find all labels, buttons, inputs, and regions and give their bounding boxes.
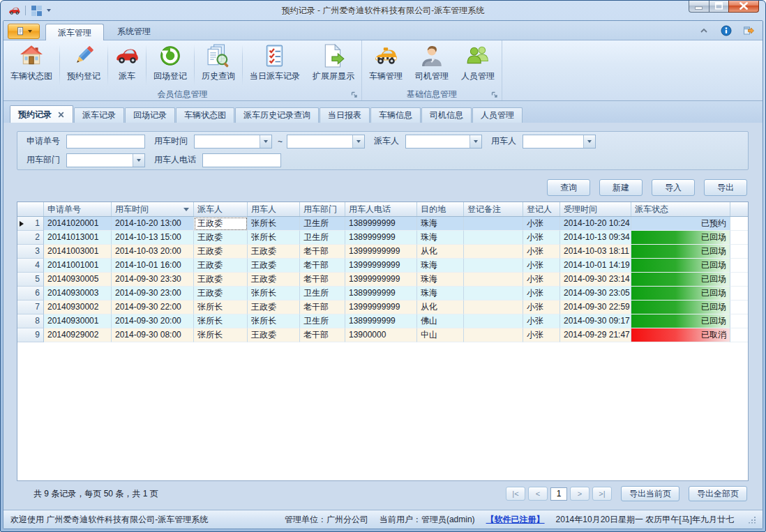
- dropdown-button[interactable]: [583, 135, 595, 148]
- cell-user-phone[interactable]: 1389999999: [345, 231, 417, 245]
- row-header[interactable]: 1: [17, 217, 44, 231]
- cell-register-remark[interactable]: [464, 301, 523, 314]
- column-header-user-phone[interactable]: 用车人电话: [345, 202, 417, 216]
- cell-registrar[interactable]: 小张: [523, 287, 560, 301]
- cell-user-phone[interactable]: 13999999999: [345, 273, 417, 287]
- row-header[interactable]: 4: [17, 259, 44, 273]
- cell-registrar[interactable]: 小张: [523, 217, 560, 231]
- table-row-6[interactable]: 6201409300032014-09-30 23:00王政委张所长卫生所138…: [17, 287, 748, 301]
- cell-car-user[interactable]: 王政委: [248, 259, 300, 273]
- status-cell[interactable]: 已回场: [631, 231, 730, 245]
- doc-tab-1[interactable]: 预约记录: [10, 105, 73, 123]
- doc-tab-6[interactable]: 当日报表: [320, 107, 370, 123]
- column-header-request-no[interactable]: 申请单号: [44, 202, 112, 216]
- user-phone-input[interactable]: [202, 153, 281, 167]
- use-time-from-select[interactable]: [194, 135, 272, 149]
- cell-destination[interactable]: 从化: [417, 245, 464, 259]
- cell-user-phone[interactable]: 1389999999: [345, 217, 417, 231]
- cell-accept-time[interactable]: 2014-10-13 09:34: [560, 231, 631, 245]
- dialog-launcher-icon[interactable]: [350, 91, 359, 99]
- column-header-dispatcher[interactable]: 派车人: [194, 202, 248, 216]
- cell-dispatcher[interactable]: 张所长: [194, 314, 248, 328]
- doc-tab-4[interactable]: 车辆状态图: [176, 107, 234, 123]
- doc-tab-9[interactable]: 人员管理: [472, 107, 523, 123]
- license-registered-link[interactable]: 【软件已注册】: [486, 514, 545, 526]
- new-button[interactable]: 新建: [599, 179, 643, 196]
- cell-register-remark[interactable]: [464, 245, 523, 259]
- today-dispatch-records-button[interactable]: 当日派车记录: [243, 42, 306, 89]
- car-user-select[interactable]: [523, 135, 596, 149]
- dialog-launcher-icon[interactable]: [490, 91, 499, 99]
- cell-car-user[interactable]: 王政委: [248, 273, 300, 287]
- cell-use-dept[interactable]: 老干部: [300, 328, 345, 342]
- prev-page-button[interactable]: <: [528, 487, 548, 501]
- column-header-use-time[interactable]: 用车时间: [112, 202, 194, 216]
- cell-request-no[interactable]: 20141020001: [44, 217, 112, 231]
- cell-registrar[interactable]: 小张: [523, 301, 560, 314]
- table-row-5[interactable]: 5201409300052014-09-30 23:30王政委王政委老干部139…: [17, 273, 748, 287]
- maximize-button[interactable]: [709, 0, 728, 13]
- dispatcher-select[interactable]: [405, 135, 482, 149]
- cell-destination[interactable]: 珠海: [417, 287, 464, 301]
- cell-use-dept[interactable]: 老干部: [300, 301, 345, 314]
- history-query-button[interactable]: 历史查询: [195, 42, 241, 89]
- cell-registrar[interactable]: 小张: [523, 328, 560, 342]
- cell-car-user[interactable]: 张所长: [248, 314, 300, 328]
- cell-use-time[interactable]: 2014-10-13 15:00: [112, 231, 194, 245]
- cell-destination[interactable]: 中山: [417, 328, 464, 342]
- cell-destination[interactable]: 珠海: [417, 217, 464, 231]
- cell-user-phone[interactable]: 13900000: [345, 328, 417, 342]
- request-no-input[interactable]: [66, 135, 145, 149]
- cell-destination[interactable]: 珠海: [417, 273, 464, 287]
- row-header[interactable]: 6: [17, 287, 44, 301]
- cell-accept-time[interactable]: 2014-09-30 23:14: [560, 273, 631, 287]
- cell-destination[interactable]: 珠海: [417, 259, 464, 273]
- cell-user-phone[interactable]: 1389999999: [345, 314, 417, 328]
- row-header[interactable]: 7: [17, 301, 44, 314]
- status-cell[interactable]: 已回场: [631, 273, 730, 287]
- cell-dispatcher[interactable]: 张所长: [194, 301, 248, 314]
- cell-destination[interactable]: 佛山: [417, 314, 464, 328]
- cell-accept-time[interactable]: 2014-10-01 14:19: [560, 259, 631, 273]
- status-cell[interactable]: 已回场: [631, 301, 730, 314]
- cell-register-remark[interactable]: [464, 259, 523, 273]
- column-header-register-remark[interactable]: 登记备注: [464, 202, 523, 216]
- cell-request-no[interactable]: 20140930001: [44, 314, 112, 328]
- export-current-page-button[interactable]: 导出当前页: [621, 486, 679, 501]
- first-page-button[interactable]: |<: [506, 487, 525, 501]
- table-row-9[interactable]: 9201409290022014-09-30 08:00张所长王政委老干部139…: [17, 328, 748, 342]
- cell-register-remark[interactable]: [464, 328, 523, 342]
- cell-registrar[interactable]: 小张: [523, 231, 560, 245]
- cell-use-dept[interactable]: 老干部: [300, 245, 345, 259]
- cell-car-user[interactable]: 张所长: [248, 287, 300, 301]
- cell-dispatcher[interactable]: 王政委: [194, 273, 248, 287]
- cell-car-user[interactable]: 王政委: [248, 245, 300, 259]
- minimize-button[interactable]: [689, 0, 709, 13]
- export-all-pages-button[interactable]: 导出全部页: [689, 486, 747, 501]
- cell-request-no[interactable]: 20140929002: [44, 328, 112, 342]
- cell-use-dept[interactable]: 卫生所: [300, 231, 345, 245]
- cell-accept-time[interactable]: 2014-10-20 10:24: [560, 217, 631, 231]
- dropdown-button[interactable]: [470, 135, 481, 148]
- resize-grip[interactable]: [748, 516, 756, 524]
- doc-tab-8[interactable]: 司机信息: [421, 107, 472, 123]
- status-cell[interactable]: 已回场: [631, 259, 730, 273]
- last-page-button[interactable]: >|: [592, 487, 612, 501]
- doc-tab-2[interactable]: 派车记录: [74, 107, 124, 123]
- personnel-management-button[interactable]: 人员管理: [455, 42, 501, 89]
- cell-dispatcher[interactable]: 王政委: [194, 217, 248, 231]
- vehicle-management-button[interactable]: 车辆管理: [363, 42, 409, 89]
- cell-registrar[interactable]: 小张: [523, 314, 560, 328]
- import-button[interactable]: 导入: [652, 179, 695, 196]
- cell-request-no[interactable]: 20140930003: [44, 287, 112, 301]
- cell-user-phone[interactable]: 13999999999: [345, 301, 417, 314]
- return-register-button[interactable]: 回场登记: [147, 42, 193, 89]
- cell-accept-time[interactable]: 2014-10-03 18:11: [560, 245, 631, 259]
- export-button[interactable]: 导出: [704, 179, 747, 196]
- cell-accept-time[interactable]: 2014-09-30 22:59: [560, 301, 631, 314]
- collapse-ribbon-icon[interactable]: [698, 25, 709, 36]
- cell-use-dept[interactable]: 卫生所: [300, 287, 345, 301]
- cell-destination[interactable]: 珠海: [417, 231, 464, 245]
- use-dept-select[interactable]: [66, 153, 145, 167]
- column-header-use-dept[interactable]: 用车部门: [300, 202, 345, 216]
